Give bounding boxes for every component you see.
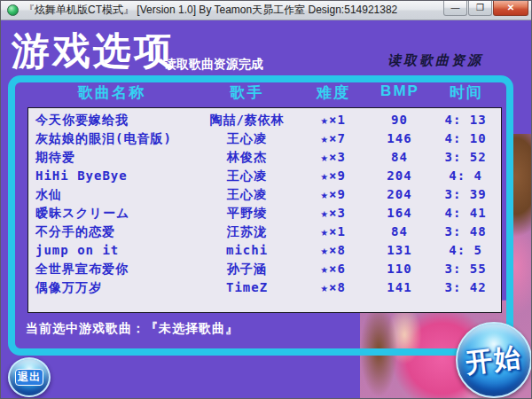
song-row[interactable]: 偶像万万岁 TimeZ ★×8 141 3: 42	[28, 278, 501, 297]
exit-button-label: 退出	[15, 369, 43, 386]
current-song-label: 当前选中游戏歌曲：『未选择歌曲』	[26, 321, 239, 337]
song-row[interactable]: jump on it michi ★×8 131 4: 5	[28, 241, 501, 260]
start-button[interactable]: 开始	[456, 322, 531, 398]
bmp-cell: 90	[369, 111, 431, 129]
bmp-cell: 204	[369, 167, 431, 185]
song-row[interactable]: 期待爱 林俊杰 ★×3 84 3: 52	[28, 148, 501, 167]
column-header-time: 时间	[431, 82, 502, 104]
time-cell: 4: 4	[430, 167, 501, 185]
bmp-cell: 164	[369, 204, 431, 223]
song-row[interactable]: HiHi ByeBye 王心凌 ★×9 204 4: 4	[28, 167, 501, 185]
song-name-cell: 灰姑娘的眼泪(电音版)	[28, 129, 196, 148]
song-name-cell: 暧昧スクリーム	[28, 204, 196, 223]
time-cell: 4: 41	[430, 204, 501, 223]
difficulty-cell: ★×1	[298, 111, 369, 129]
singer-cell: 陶喆/蔡依林	[196, 111, 298, 129]
time-cell: 4: 10	[430, 129, 501, 148]
bmp-cell: 141	[369, 278, 431, 297]
song-name-cell: 偶像万万岁	[28, 278, 196, 297]
singer-cell: TimeZ	[196, 278, 298, 297]
exit-button[interactable]: 退出	[8, 357, 51, 397]
start-button-label: 开始	[464, 339, 525, 381]
song-name-cell: 期待爱	[28, 148, 196, 167]
difficulty-cell: ★×7	[298, 129, 369, 148]
difficulty-cell: ★×1	[298, 223, 369, 241]
song-row[interactable]: 水仙 王心凌 ★×9 204 3: 39	[28, 185, 501, 204]
app-icon	[7, 4, 19, 16]
difficulty-cell: ★×8	[298, 278, 369, 297]
song-name-cell: 水仙	[28, 185, 196, 204]
singer-cell: 孙子涵	[196, 260, 298, 278]
song-name-cell: HiHi ByeBye	[28, 167, 196, 185]
song-list[interactable]: 今天你要嫁给我 陶喆/蔡依林 ★×1 90 4: 13 灰姑娘的眼泪(电音版) …	[27, 107, 502, 313]
column-header-difficulty: 难度	[298, 82, 369, 104]
client-area: 游戏选项 读取歌曲资源完成 读取歌曲资源 歌曲名称 歌手 难度 BMP 时间 今…	[1, 20, 531, 398]
singer-cell: 王心凌	[196, 167, 298, 185]
difficulty-cell: ★×9	[298, 185, 369, 204]
difficulty-cell: ★×9	[298, 167, 369, 185]
song-name-cell: 不分手的恋爱	[28, 223, 196, 241]
song-name-cell: 今天你要嫁给我	[28, 111, 196, 129]
difficulty-cell: ★×6	[298, 260, 369, 278]
page-title: 游戏选项	[12, 26, 175, 77]
singer-cell: 王心凌	[196, 185, 298, 204]
time-cell: 3: 42	[430, 278, 501, 297]
bmp-cell: 110	[369, 260, 431, 278]
close-button[interactable]: ✕	[493, 1, 528, 16]
window-title: 『炫舞单机版CT模式』 [Version 1.0] By Teamon天昴工作室…	[24, 3, 397, 18]
time-cell: 3: 52	[430, 148, 501, 167]
difficulty-cell: ★×8	[298, 241, 369, 260]
difficulty-cell: ★×3	[298, 204, 369, 223]
singer-cell: 王心凌	[196, 129, 298, 148]
load-status-text: 读取歌曲资源	[387, 52, 483, 69]
song-row[interactable]: 灰姑娘的眼泪(电音版) 王心凌 ★×7 146 4: 10	[28, 129, 501, 148]
time-cell: 3: 55	[430, 260, 501, 278]
bmp-cell: 204	[369, 185, 431, 204]
bmp-cell: 84	[369, 223, 431, 241]
song-row[interactable]: 今天你要嫁给我 陶喆/蔡依林 ★×1 90 4: 13	[28, 111, 501, 129]
song-table-header: 歌曲名称 歌手 难度 BMP 时间	[27, 82, 502, 104]
bmp-cell: 84	[369, 148, 431, 167]
column-header-bmp: BMP	[369, 82, 431, 104]
singer-cell: michi	[196, 241, 298, 260]
bmp-cell: 146	[369, 129, 431, 148]
singer-cell: 林俊杰	[196, 148, 298, 167]
time-cell: 3: 48	[430, 223, 501, 241]
column-header-singer: 歌手	[196, 82, 298, 104]
difficulty-cell: ★×3	[298, 148, 369, 167]
singer-cell: 汪苏泷	[196, 223, 298, 241]
song-row[interactable]: 不分手的恋爱 汪苏泷 ★×1 84 3: 48	[28, 223, 501, 241]
song-name-cell: jump on it	[28, 241, 196, 260]
maximize-button[interactable]: ❐	[468, 1, 492, 16]
song-name-cell: 全世界宣布爱你	[28, 260, 196, 278]
song-row[interactable]: 全世界宣布爱你 孙子涵 ★×6 110 3: 55	[28, 260, 501, 278]
column-header-song-name: 歌曲名称	[27, 82, 196, 104]
load-complete-text: 读取歌曲资源完成	[164, 57, 263, 73]
time-cell: 3: 39	[430, 185, 501, 204]
bmp-cell: 131	[369, 241, 431, 260]
title-bar[interactable]: 『炫舞单机版CT模式』 [Version 1.0] By Teamon天昴工作室…	[1, 1, 531, 20]
singer-cell: 平野绫	[196, 204, 298, 223]
minimize-button[interactable]: —	[443, 1, 467, 16]
app-window: 『炫舞单机版CT模式』 [Version 1.0] By Teamon天昴工作室…	[0, 0, 532, 399]
time-cell: 4: 5	[430, 241, 501, 260]
song-row[interactable]: 暧昧スクリーム 平野绫 ★×3 164 4: 41	[28, 204, 501, 223]
time-cell: 4: 13	[430, 111, 501, 129]
